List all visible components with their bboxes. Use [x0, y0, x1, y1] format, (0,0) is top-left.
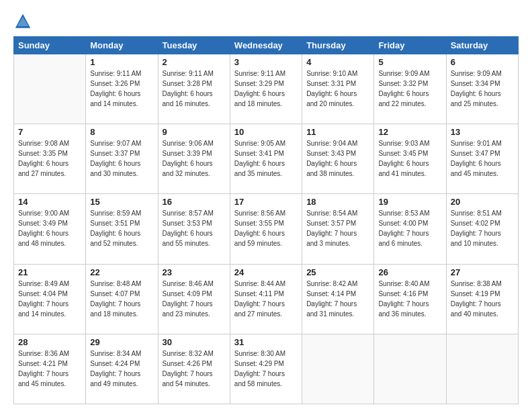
day-number: 26: [378, 267, 441, 277]
day-info: Sunrise: 9:05 AM Sunset: 3:41 PM Dayligh…: [234, 138, 298, 179]
page: SundayMondayTuesdayWednesdayThursdayFrid…: [0, 0, 532, 411]
day-info: Sunrise: 8:36 AM Sunset: 4:21 PM Dayligh…: [18, 349, 81, 389]
day-number: 22: [90, 267, 153, 277]
day-cell: 11Sunrise: 9:04 AM Sunset: 3:43 PM Dayli…: [302, 124, 374, 194]
week-row-1: 1Sunrise: 9:11 AM Sunset: 3:26 PM Daylig…: [14, 54, 519, 124]
day-number: 7: [18, 127, 81, 137]
logo: [13, 12, 35, 31]
day-cell: 29Sunrise: 8:34 AM Sunset: 4:24 PM Dayli…: [86, 334, 158, 404]
day-cell: 28Sunrise: 8:36 AM Sunset: 4:21 PM Dayli…: [14, 334, 86, 404]
day-cell: 10Sunrise: 9:05 AM Sunset: 3:41 PM Dayli…: [230, 124, 302, 194]
day-number: 12: [378, 127, 441, 137]
day-number: 13: [451, 127, 514, 137]
day-cell: 26Sunrise: 8:40 AM Sunset: 4:16 PM Dayli…: [374, 264, 446, 334]
day-cell: 3Sunrise: 9:11 AM Sunset: 3:29 PM Daylig…: [230, 54, 302, 124]
day-info: Sunrise: 8:48 AM Sunset: 4:07 PM Dayligh…: [90, 279, 153, 319]
day-cell: 21Sunrise: 8:49 AM Sunset: 4:04 PM Dayli…: [14, 264, 86, 334]
day-info: Sunrise: 8:46 AM Sunset: 4:09 PM Dayligh…: [163, 279, 226, 319]
day-info: Sunrise: 8:44 AM Sunset: 4:11 PM Dayligh…: [234, 279, 298, 319]
day-number: 18: [306, 197, 369, 207]
day-info: Sunrise: 9:03 AM Sunset: 3:45 PM Dayligh…: [378, 138, 441, 179]
week-row-4: 21Sunrise: 8:49 AM Sunset: 4:04 PM Dayli…: [14, 264, 519, 334]
day-info: Sunrise: 8:56 AM Sunset: 3:55 PM Dayligh…: [234, 208, 298, 248]
day-info: Sunrise: 8:54 AM Sunset: 3:57 PM Dayligh…: [306, 208, 369, 248]
day-number: 19: [378, 197, 441, 207]
day-number: 3: [234, 57, 298, 67]
day-cell: 4Sunrise: 9:10 AM Sunset: 3:31 PM Daylig…: [302, 54, 374, 124]
day-number: 29: [90, 337, 153, 347]
day-number: 5: [378, 57, 441, 67]
day-cell: 31Sunrise: 8:30 AM Sunset: 4:29 PM Dayli…: [230, 334, 302, 404]
day-info: Sunrise: 9:11 AM Sunset: 3:28 PM Dayligh…: [163, 68, 226, 109]
day-info: Sunrise: 8:59 AM Sunset: 3:51 PM Dayligh…: [90, 208, 153, 248]
day-cell: 7Sunrise: 9:08 AM Sunset: 3:35 PM Daylig…: [14, 124, 86, 194]
day-info: Sunrise: 8:38 AM Sunset: 4:19 PM Dayligh…: [451, 279, 514, 319]
day-info: Sunrise: 9:11 AM Sunset: 3:26 PM Dayligh…: [90, 68, 153, 109]
day-info: Sunrise: 9:09 AM Sunset: 3:34 PM Dayligh…: [451, 68, 514, 109]
day-cell: 8Sunrise: 9:07 AM Sunset: 3:37 PM Daylig…: [86, 124, 158, 194]
week-row-3: 14Sunrise: 9:00 AM Sunset: 3:49 PM Dayli…: [14, 194, 519, 264]
day-cell: 12Sunrise: 9:03 AM Sunset: 3:45 PM Dayli…: [374, 124, 446, 194]
weekday-header-sunday: Sunday: [14, 37, 86, 54]
day-cell: [374, 334, 446, 404]
day-number: 9: [163, 127, 226, 137]
day-number: 24: [234, 267, 298, 277]
day-number: 31: [234, 337, 298, 347]
day-cell: 9Sunrise: 9:06 AM Sunset: 3:39 PM Daylig…: [158, 124, 230, 194]
weekday-header-row: SundayMondayTuesdayWednesdayThursdayFrid…: [14, 37, 519, 54]
day-info: Sunrise: 8:34 AM Sunset: 4:24 PM Dayligh…: [90, 349, 153, 389]
day-number: 16: [163, 197, 226, 207]
weekday-header-friday: Friday: [374, 37, 446, 54]
day-info: Sunrise: 8:42 AM Sunset: 4:14 PM Dayligh…: [306, 279, 369, 319]
day-info: Sunrise: 9:07 AM Sunset: 3:37 PM Dayligh…: [90, 138, 153, 179]
weekday-header-saturday: Saturday: [446, 37, 518, 54]
day-info: Sunrise: 8:57 AM Sunset: 3:53 PM Dayligh…: [163, 208, 226, 248]
day-info: Sunrise: 9:01 AM Sunset: 3:47 PM Dayligh…: [451, 138, 514, 179]
day-number: 11: [306, 127, 369, 137]
day-info: Sunrise: 9:10 AM Sunset: 3:31 PM Dayligh…: [306, 68, 369, 109]
day-number: 21: [18, 267, 81, 277]
day-cell: [446, 334, 518, 404]
week-row-5: 28Sunrise: 8:36 AM Sunset: 4:21 PM Dayli…: [14, 334, 519, 404]
day-cell: 1Sunrise: 9:11 AM Sunset: 3:26 PM Daylig…: [86, 54, 158, 124]
day-number: 17: [234, 197, 298, 207]
day-number: 28: [18, 337, 81, 347]
day-info: Sunrise: 9:06 AM Sunset: 3:39 PM Dayligh…: [163, 138, 226, 179]
day-number: 30: [163, 337, 226, 347]
day-cell: 6Sunrise: 9:09 AM Sunset: 3:34 PM Daylig…: [446, 54, 518, 124]
day-cell: 16Sunrise: 8:57 AM Sunset: 3:53 PM Dayli…: [158, 194, 230, 264]
day-number: 1: [90, 57, 153, 67]
day-number: 6: [451, 57, 514, 67]
day-number: 2: [163, 57, 226, 67]
day-info: Sunrise: 8:40 AM Sunset: 4:16 PM Dayligh…: [378, 279, 441, 319]
day-cell: 23Sunrise: 8:46 AM Sunset: 4:09 PM Dayli…: [158, 264, 230, 334]
day-info: Sunrise: 8:32 AM Sunset: 4:26 PM Dayligh…: [163, 349, 226, 389]
weekday-header-thursday: Thursday: [302, 37, 374, 54]
day-number: 8: [90, 127, 153, 137]
day-cell: [302, 334, 374, 404]
week-row-2: 7Sunrise: 9:08 AM Sunset: 3:35 PM Daylig…: [14, 124, 519, 194]
weekday-header-monday: Monday: [86, 37, 158, 54]
day-number: 4: [306, 57, 369, 67]
header: [13, 12, 519, 31]
day-number: 25: [306, 267, 369, 277]
calendar: SundayMondayTuesdayWednesdayThursdayFrid…: [13, 36, 519, 404]
day-number: 15: [90, 197, 153, 207]
day-cell: 30Sunrise: 8:32 AM Sunset: 4:26 PM Dayli…: [158, 334, 230, 404]
day-cell: 14Sunrise: 9:00 AM Sunset: 3:49 PM Dayli…: [14, 194, 86, 264]
day-cell: 25Sunrise: 8:42 AM Sunset: 4:14 PM Dayli…: [302, 264, 374, 334]
day-cell: 19Sunrise: 8:53 AM Sunset: 4:00 PM Dayli…: [374, 194, 446, 264]
weekday-header-wednesday: Wednesday: [230, 37, 302, 54]
day-info: Sunrise: 9:04 AM Sunset: 3:43 PM Dayligh…: [306, 138, 369, 179]
day-info: Sunrise: 8:53 AM Sunset: 4:00 PM Dayligh…: [378, 208, 441, 248]
day-cell: 22Sunrise: 8:48 AM Sunset: 4:07 PM Dayli…: [86, 264, 158, 334]
day-cell: [14, 54, 86, 124]
day-info: Sunrise: 9:11 AM Sunset: 3:29 PM Dayligh…: [234, 68, 298, 109]
day-cell: 24Sunrise: 8:44 AM Sunset: 4:11 PM Dayli…: [230, 264, 302, 334]
day-number: 27: [451, 267, 514, 277]
day-cell: 15Sunrise: 8:59 AM Sunset: 3:51 PM Dayli…: [86, 194, 158, 264]
day-info: Sunrise: 8:51 AM Sunset: 4:02 PM Dayligh…: [451, 208, 514, 248]
day-info: Sunrise: 8:30 AM Sunset: 4:29 PM Dayligh…: [234, 349, 298, 389]
day-info: Sunrise: 8:49 AM Sunset: 4:04 PM Dayligh…: [18, 279, 81, 319]
day-cell: 2Sunrise: 9:11 AM Sunset: 3:28 PM Daylig…: [158, 54, 230, 124]
